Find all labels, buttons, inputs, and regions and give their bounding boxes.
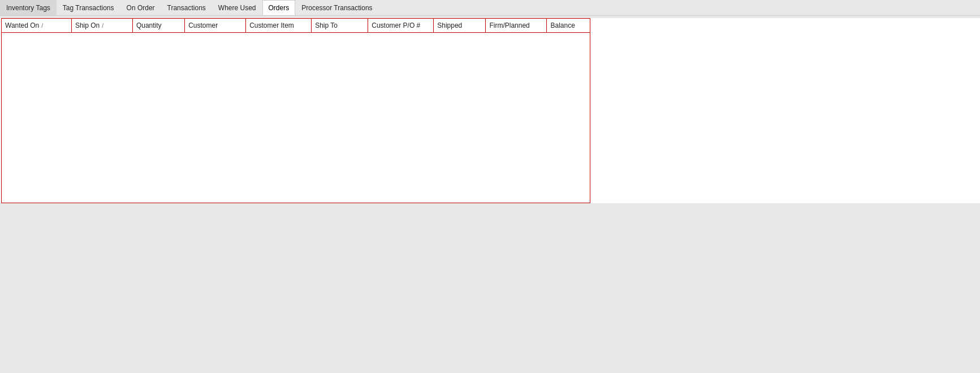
tab-processor-transactions[interactable]: Processor Transactions — [295, 0, 378, 15]
table-body — [2, 33, 590, 203]
col-header-ship-on[interactable]: Ship On/ — [72, 19, 133, 32]
table-header: Wanted On/Ship On/QuantityCustomerCustom… — [2, 19, 590, 33]
col-label-ship-to: Ship To — [315, 22, 338, 29]
main-content: Wanted On/Ship On/QuantityCustomerCustom… — [0, 18, 980, 203]
col-header-customer-item: Customer Item — [246, 19, 312, 32]
tab-on-order[interactable]: On Order — [120, 0, 161, 15]
col-label-shipped: Shipped — [437, 22, 462, 29]
col-header-quantity: Quantity — [133, 19, 185, 32]
tab-inventory-tags[interactable]: Inventory Tags — [0, 0, 57, 15]
table-container: Wanted On/Ship On/QuantityCustomerCustom… — [1, 18, 590, 203]
col-label-customer-item: Customer Item — [249, 22, 294, 29]
col-label-balance: Balance — [550, 22, 575, 29]
col-label-quantity: Quantity — [136, 22, 162, 29]
col-header-balance: Balance — [547, 19, 589, 32]
sort-arrow-wanted-on[interactable]: / — [41, 23, 43, 29]
tab-orders[interactable]: Orders — [262, 0, 296, 15]
col-label-customer: Customer — [188, 22, 218, 29]
col-label-firm-planned: Firm/Planned — [489, 22, 529, 29]
col-header-customer: Customer — [185, 19, 246, 32]
col-header-ship-to: Ship To — [312, 19, 368, 32]
tab-where-used[interactable]: Where Used — [212, 0, 262, 15]
sort-arrow-ship-on[interactable]: / — [102, 23, 103, 29]
col-header-firm-planned: Firm/Planned — [486, 19, 547, 32]
tab-transactions[interactable]: Transactions — [161, 0, 212, 15]
col-header-customer-po: Customer P/O # — [368, 19, 434, 32]
col-label-wanted-on: Wanted On — [5, 22, 39, 29]
tab-bar: Inventory TagsTag TransactionsOn OrderTr… — [0, 0, 980, 16]
col-header-wanted-on[interactable]: Wanted On/ — [2, 19, 72, 32]
tab-tag-transactions[interactable]: Tag Transactions — [57, 0, 120, 15]
col-header-shipped: Shipped — [434, 19, 486, 32]
col-label-customer-po: Customer P/O # — [372, 22, 420, 29]
col-label-ship-on: Ship On — [75, 22, 100, 29]
